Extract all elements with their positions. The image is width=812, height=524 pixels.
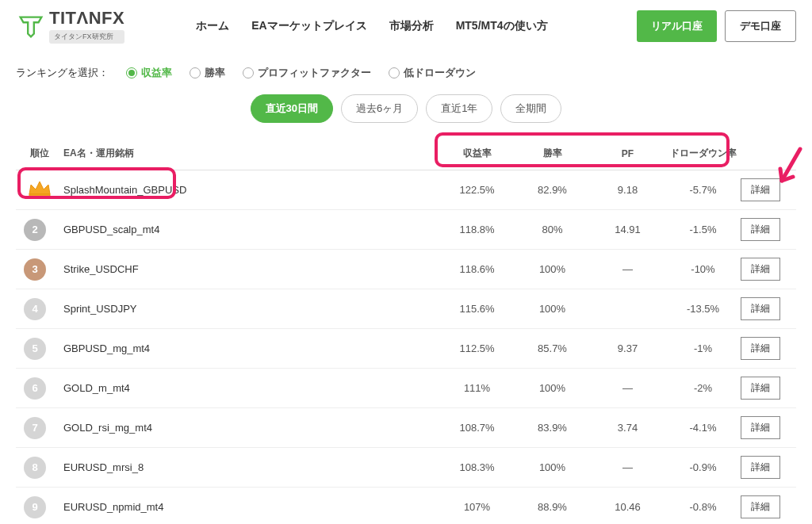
svg-rect-0	[29, 194, 50, 197]
profit-value: 108.3%	[439, 461, 515, 473]
period-6months[interactable]: 過去6ヶ月	[341, 94, 418, 123]
pf-value: 9.37	[590, 342, 665, 354]
radio-drawdown[interactable]: 低ドローダウン	[389, 66, 476, 80]
table-row: 6GOLD_m_mt4111%100%—-2%詳細	[16, 369, 796, 408]
rank-badge: 9	[24, 496, 46, 518]
pf-value: —	[590, 461, 665, 473]
radio-label: 勝率	[205, 66, 225, 80]
rank-cell	[24, 178, 56, 201]
ea-name: EURUSD_mrsi_8	[56, 461, 439, 473]
rank-badge: 5	[24, 338, 46, 360]
logo-text: TITΛNFX	[49, 8, 124, 29]
rank-cell: 6	[24, 377, 56, 400]
detail-button[interactable]: 詳細	[741, 337, 780, 360]
radio-label: 収益率	[141, 66, 172, 80]
radio-icon	[190, 67, 201, 78]
winrate-value: 100%	[515, 303, 590, 315]
drawdown-value: -1.5%	[665, 224, 741, 235]
pf-value: —	[590, 263, 665, 275]
radio-profit[interactable]: 収益率	[126, 66, 172, 80]
profit-value: 108.7%	[439, 422, 515, 434]
ea-name: GBPUSD_scalp_mt4	[56, 224, 439, 235]
table-row: 5GBPUSD_mg_mt4112.5%85.7%9.37-1%詳細	[16, 329, 796, 369]
period-1year[interactable]: 直近1年	[426, 94, 492, 123]
nav-marketplace[interactable]: EAマーケットプレイス	[251, 19, 366, 33]
rank-badge: 8	[24, 457, 46, 479]
profit-value: 122.5%	[439, 184, 515, 196]
crown-icon	[27, 178, 52, 199]
table-row: SplashMountain_GBPUSD122.5%82.9%9.18-5.7…	[16, 170, 796, 210]
logo[interactable]: TITΛNFX タイタンFX研究所	[16, 8, 124, 44]
ranking-table: 順位 EA名・運用銘柄 収益率 勝率 PF ドローダウン率 SplashMoun…	[0, 137, 812, 524]
drawdown-value: -2%	[665, 382, 741, 394]
table-row: 9EURUSD_npmid_mt4107%88.9%10.46-0.8%詳細	[16, 488, 796, 524]
demo-account-button[interactable]: デモ口座	[725, 10, 796, 42]
pf-value: —	[590, 382, 665, 394]
profit-value: 115.6%	[439, 303, 515, 315]
radio-label: 低ドローダウン	[404, 66, 476, 80]
radio-winrate[interactable]: 勝率	[190, 66, 225, 80]
winrate-value: 85.7%	[515, 342, 590, 354]
pf-value: 9.18	[590, 184, 665, 196]
ea-name: EURUSD_npmid_mt4	[56, 501, 439, 513]
rank-cell: 9	[24, 496, 56, 518]
header: TITΛNFX タイタンFX研究所 ホーム EAマーケットプレイス 市場分析 M…	[0, 0, 812, 52]
table-row: 3Strike_USDCHF118.6%100%—-10%詳細	[16, 250, 796, 289]
ea-name: GOLD_rsi_mg_mt4	[56, 422, 439, 434]
ea-name: Sprint_USDJPY	[56, 303, 439, 315]
detail-button[interactable]: 詳細	[741, 297, 780, 320]
detail-button[interactable]: 詳細	[741, 377, 780, 400]
radio-pf[interactable]: プロフィットファクター	[243, 66, 371, 80]
detail-button[interactable]: 詳細	[741, 258, 780, 281]
table-row: 7GOLD_rsi_mg_mt4108.7%83.9%3.74-4.1%詳細	[16, 408, 796, 448]
drawdown-value: -0.9%	[665, 461, 741, 473]
winrate-value: 100%	[515, 382, 590, 394]
ea-name: Strike_USDCHF	[56, 263, 439, 275]
detail-button[interactable]: 詳細	[741, 495, 780, 518]
header-drawdown: ドローダウン率	[665, 147, 741, 160]
pf-value: 3.74	[590, 422, 665, 434]
radio-icon	[126, 67, 137, 78]
period-30days[interactable]: 直近30日間	[251, 94, 333, 123]
rank-cell: 4	[24, 298, 56, 320]
drawdown-value: -5.7%	[665, 184, 741, 196]
drawdown-value: -1%	[665, 342, 741, 354]
drawdown-value: -10%	[665, 263, 741, 275]
rank-cell: 3	[24, 258, 56, 281]
drawdown-value: -4.1%	[665, 422, 741, 434]
table-row: 8EURUSD_mrsi_8108.3%100%—-0.9%詳細	[16, 448, 796, 488]
pf-value: 14.91	[590, 224, 665, 235]
rank-badge: 6	[24, 377, 46, 400]
radio-group: 収益率 勝率 プロフィットファクター 低ドローダウン	[126, 66, 476, 80]
rank-cell: 5	[24, 338, 56, 360]
period-row: 直近30日間 過去6ヶ月 直近1年 全期間	[0, 88, 812, 137]
detail-button[interactable]: 詳細	[741, 218, 780, 241]
nav-analysis[interactable]: 市場分析	[389, 19, 434, 33]
nav-home[interactable]: ホーム	[196, 19, 229, 33]
winrate-value: 82.9%	[515, 184, 590, 196]
arrow-icon	[772, 145, 804, 193]
header-buttons: リアル口座 デモ口座	[637, 10, 796, 42]
real-account-button[interactable]: リアル口座	[637, 10, 717, 42]
rank-cell: 2	[24, 219, 56, 241]
detail-button[interactable]: 詳細	[741, 416, 780, 439]
header-pf: PF	[590, 148, 665, 159]
nav: ホーム EAマーケットプレイス 市場分析 MT5/MT4の使い方	[196, 19, 547, 33]
header-winrate: 勝率	[515, 147, 590, 160]
winrate-value: 88.9%	[515, 501, 590, 513]
nav-mt5mt4[interactable]: MT5/MT4の使い方	[456, 19, 548, 33]
winrate-value: 80%	[515, 224, 590, 235]
rank-cell: 8	[24, 457, 56, 479]
profit-value: 118.6%	[439, 263, 515, 275]
period-all[interactable]: 全期間	[500, 94, 561, 123]
ea-name: GOLD_m_mt4	[56, 382, 439, 394]
logo-icon	[16, 11, 46, 41]
rank-cell: 7	[24, 417, 56, 439]
pf-value: 10.46	[590, 501, 665, 513]
ea-name: SplashMountain_GBPUSD	[56, 184, 439, 196]
filter-row: ランキングを選択： 収益率 勝率 プロフィットファクター 低ドローダウン	[0, 52, 812, 88]
detail-button[interactable]: 詳細	[741, 456, 780, 479]
table-row: 2GBPUSD_scalp_mt4118.8%80%14.91-1.5%詳細	[16, 210, 796, 250]
radio-icon	[389, 67, 400, 78]
filter-label: ランキングを選択：	[16, 66, 109, 80]
